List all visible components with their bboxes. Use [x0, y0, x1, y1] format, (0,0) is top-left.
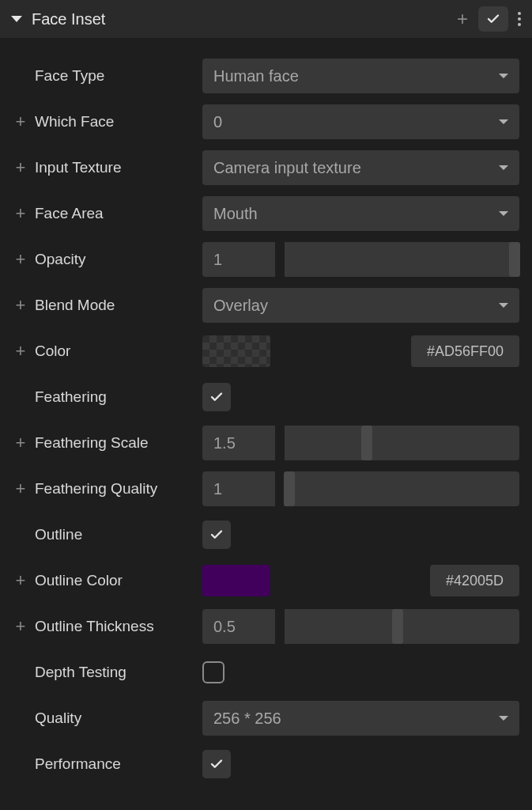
quality-select[interactable]: 256 * 256 — [202, 701, 519, 736]
depth-testing-checkbox[interactable] — [202, 661, 224, 683]
label-face-type: Face Type — [35, 67, 104, 85]
face-area-select[interactable]: Mouth — [202, 196, 519, 231]
label-outline-thickness: Outline Thickness — [35, 618, 154, 635]
input-texture-value: Camera input texture — [213, 159, 361, 177]
slider-handle[interactable] — [509, 242, 520, 277]
row-feathering-quality: + Feathering Quality 1 — [13, 471, 519, 506]
chevron-down-icon — [499, 716, 508, 721]
label-feathering: Feathering — [35, 388, 107, 406]
row-depth-testing: + Depth Testing — [13, 655, 519, 690]
panel-header: Face Inset + — [0, 0, 532, 38]
label-performance: Performance — [35, 755, 121, 773]
outline-color-swatch[interactable] — [202, 565, 270, 596]
panel-title: Face Inset — [32, 10, 451, 28]
feathering-quality-input[interactable]: 1 — [202, 471, 275, 506]
collapse-caret-icon[interactable] — [11, 16, 22, 22]
outline-thickness-slider[interactable] — [285, 609, 519, 644]
row-blend-mode: + Blend Mode Overlay — [13, 288, 519, 323]
keyframe-plus-icon[interactable]: + — [13, 572, 28, 589]
row-outline: + Outline — [13, 517, 519, 552]
outline-color-hex-value: #42005D — [446, 573, 504, 589]
feathering-scale-slider[interactable] — [285, 426, 519, 460]
label-face-area: Face Area — [35, 205, 104, 222]
label-outline: Outline — [35, 526, 82, 543]
keyframe-plus-icon[interactable]: + — [13, 480, 28, 498]
row-outline-color: + Outline Color #42005D — [13, 563, 519, 598]
keyframe-plus-icon[interactable]: + — [13, 159, 28, 176]
row-face-area: + Face Area Mouth — [13, 196, 519, 231]
blend-mode-value: Overlay — [213, 297, 268, 315]
chevron-down-icon — [499, 211, 508, 216]
enable-toggle[interactable] — [478, 6, 508, 32]
label-opacity: Opacity — [35, 251, 85, 268]
outline-thickness-value: 0.5 — [213, 618, 236, 636]
label-color: Color — [35, 343, 70, 360]
chevron-down-icon — [499, 303, 508, 308]
slider-handle[interactable] — [284, 471, 295, 506]
chevron-down-icon — [499, 119, 508, 124]
opacity-value: 1 — [213, 251, 222, 269]
input-texture-select[interactable]: Camera input texture — [202, 150, 519, 185]
outline-color-hex-field[interactable]: #42005D — [430, 565, 519, 596]
row-input-texture: + Input Texture Camera input texture — [13, 150, 519, 185]
row-color: + Color #AD56FF00 — [13, 334, 519, 369]
check-icon — [486, 12, 500, 26]
performance-checkbox[interactable] — [202, 750, 231, 778]
label-blend-mode: Blend Mode — [35, 297, 115, 314]
color-hex-field[interactable]: #AD56FF00 — [411, 335, 519, 367]
chevron-down-icon — [499, 74, 508, 78]
label-outline-color: Outline Color — [35, 572, 123, 589]
label-feathering-quality: Feathering Quality — [35, 480, 157, 498]
keyframe-plus-icon[interactable]: + — [13, 205, 28, 222]
keyframe-plus-icon[interactable]: + — [13, 251, 28, 268]
feathering-scale-input[interactable]: 1.5 — [202, 426, 275, 460]
row-feathering: + Feathering — [13, 380, 519, 414]
face-inset-panel: Face Inset + + Face Type Human face + — [0, 0, 532, 802]
row-feathering-scale: + Feathering Scale 1.5 — [13, 426, 519, 460]
keyframe-plus-icon[interactable]: + — [13, 434, 28, 452]
face-area-value: Mouth — [213, 205, 258, 223]
check-icon — [209, 528, 224, 542]
row-face-type: + Face Type Human face — [13, 59, 519, 93]
opacity-slider[interactable] — [285, 242, 519, 277]
label-feathering-scale: Feathering Scale — [35, 434, 149, 452]
row-outline-thickness: + Outline Thickness 0.5 — [13, 609, 519, 644]
keyframe-plus-icon[interactable]: + — [13, 297, 28, 314]
slider-handle[interactable] — [361, 426, 372, 460]
feathering-scale-value: 1.5 — [213, 434, 236, 452]
row-which-face: + Which Face 0 — [13, 104, 519, 139]
color-hex-value: #AD56FF00 — [427, 343, 504, 360]
blend-mode-select[interactable]: Overlay — [202, 288, 519, 323]
row-opacity: + Opacity 1 — [13, 242, 519, 277]
row-quality: + Quality 256 * 256 — [13, 701, 519, 736]
check-icon — [209, 390, 224, 404]
more-icon[interactable] — [513, 12, 524, 26]
check-icon — [209, 757, 224, 771]
feathering-quality-slider[interactable] — [285, 471, 519, 506]
label-input-texture: Input Texture — [35, 159, 122, 176]
keyframe-plus-icon[interactable]: + — [13, 113, 28, 131]
add-icon[interactable]: + — [451, 8, 474, 30]
which-face-select[interactable]: 0 — [202, 104, 519, 139]
which-face-value: 0 — [213, 113, 222, 131]
label-depth-testing: Depth Testing — [35, 664, 126, 681]
feathering-quality-value: 1 — [213, 480, 222, 498]
label-quality: Quality — [35, 710, 81, 727]
outline-thickness-input[interactable]: 0.5 — [202, 609, 275, 644]
opacity-input[interactable]: 1 — [202, 242, 275, 277]
outline-checkbox[interactable] — [202, 520, 231, 549]
slider-handle[interactable] — [392, 609, 403, 644]
keyframe-plus-icon[interactable]: + — [13, 618, 28, 635]
feathering-checkbox[interactable] — [202, 383, 231, 411]
panel-body: + Face Type Human face + Which Face 0 — [0, 38, 532, 802]
color-swatch[interactable] — [202, 335, 270, 367]
chevron-down-icon — [499, 165, 508, 170]
label-which-face: Which Face — [35, 113, 114, 131]
row-performance: + Performance — [13, 747, 519, 782]
keyframe-plus-icon[interactable]: + — [13, 343, 28, 360]
quality-value: 256 * 256 — [213, 710, 281, 728]
face-type-select[interactable]: Human face — [202, 59, 519, 93]
face-type-value: Human face — [213, 67, 299, 85]
